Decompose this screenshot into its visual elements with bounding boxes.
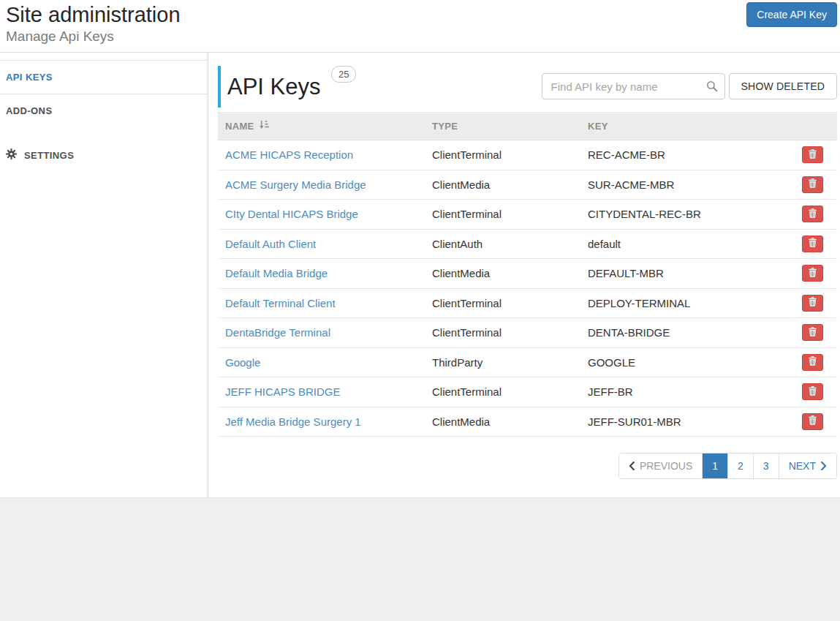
trash-icon xyxy=(809,327,817,339)
sidebar-item-add-ons[interactable]: ADD-ONS xyxy=(0,94,208,127)
api-key-value: DENTA-BRIDGE xyxy=(588,326,767,339)
sidebar-item-label: API KEYS xyxy=(6,72,53,83)
table-row: Default Media Bridge ClientMedia DEFAULT… xyxy=(218,259,837,289)
table-row: Default Terminal Client ClientTerminal D… xyxy=(218,289,837,319)
pagination: PREVIOUS 1 2 3 NEXT xyxy=(618,453,837,479)
delete-api-key-button[interactable] xyxy=(802,413,823,430)
sort-amount-asc-icon xyxy=(259,120,270,132)
sidebar-item-label: SETTINGS xyxy=(24,150,74,161)
api-key-value: GOOGLE xyxy=(588,356,767,369)
api-key-type: ClientTerminal xyxy=(432,297,588,309)
sidebar-item-settings[interactable]: SETTINGS xyxy=(0,138,208,173)
heading-accent-bar xyxy=(218,66,221,108)
gear-icon xyxy=(6,148,17,162)
api-key-name-link[interactable]: ACME HICAPS Reception xyxy=(225,148,353,161)
table-row: CIty Dental HICAPS Bridge ClientTerminal… xyxy=(218,200,837,230)
pagination-row: PREVIOUS 1 2 3 NEXT xyxy=(218,453,837,479)
api-keys-table-body: ACME HICAPS Reception ClientTerminal REC… xyxy=(218,140,837,437)
api-key-type: ClientTerminal xyxy=(432,208,588,220)
delete-api-key-button[interactable] xyxy=(802,324,823,341)
delete-api-key-button[interactable] xyxy=(802,146,823,163)
api-key-name-link[interactable]: Default Auth Client xyxy=(225,238,316,250)
api-keys-table: NAME xyxy=(218,112,837,437)
api-key-name-link[interactable]: CIty Dental HICAPS Bridge xyxy=(225,208,358,220)
delete-api-key-button[interactable] xyxy=(802,354,823,371)
api-key-value: DEPLOY-TERMINAL xyxy=(588,297,767,309)
api-key-value: JEFF-SUR01-MBR xyxy=(588,415,767,428)
panel-controls: SHOW DELETED xyxy=(542,73,837,99)
api-key-type: ClientMedia xyxy=(432,178,588,191)
search-wrap xyxy=(542,73,725,99)
trash-icon xyxy=(809,386,817,398)
api-key-name-link[interactable]: DentaBridge Terminal xyxy=(225,326,330,339)
api-key-name-link[interactable]: ACME Surgery Media Bridge xyxy=(225,178,366,191)
table-row: Default Auth Client ClientAuth default xyxy=(218,230,837,260)
api-key-name-link[interactable]: Jeff Media Bridge Surgery 1 xyxy=(225,415,361,428)
delete-api-key-button[interactable] xyxy=(802,206,823,222)
api-key-type: ClientMedia xyxy=(432,267,588,279)
api-key-type: ClientAuth xyxy=(432,238,588,250)
page-title: Site administration xyxy=(6,1,840,28)
trash-icon xyxy=(809,208,817,220)
api-key-value: default xyxy=(588,238,767,250)
api-key-name-link[interactable]: Default Media Bridge xyxy=(225,267,328,279)
pagination-page-1[interactable]: 1 xyxy=(702,453,727,478)
panel-heading: API Keys 25 SHOW DELETED xyxy=(218,66,837,108)
api-key-type: ClientTerminal xyxy=(432,326,588,339)
column-header-type[interactable]: TYPE xyxy=(432,121,588,132)
table-row: ACME Surgery Media Bridge ClientMedia SU… xyxy=(218,170,837,200)
trash-icon xyxy=(809,149,817,161)
trash-icon xyxy=(809,268,817,279)
trash-icon xyxy=(809,356,817,368)
sidebar-item-api-keys[interactable]: API KEYS xyxy=(0,60,208,94)
trash-icon xyxy=(809,238,817,249)
api-key-value: DEFAULT-MBR xyxy=(588,267,767,279)
chevron-left-icon xyxy=(629,462,635,470)
pagination-next-button[interactable]: NEXT xyxy=(779,453,836,478)
sidebar: API KEYS ADD-ONS xyxy=(0,53,208,497)
api-key-name-link[interactable]: JEFF HICAPS BRIDGE xyxy=(225,385,341,398)
api-key-value: SUR-ACME-MBR xyxy=(588,178,767,191)
table-row: DentaBridge Terminal ClientTerminal DENT… xyxy=(218,318,837,348)
delete-api-key-button[interactable] xyxy=(802,383,823,400)
delete-api-key-button[interactable] xyxy=(802,265,823,282)
trash-icon xyxy=(809,297,817,309)
api-key-type: ThirdParty xyxy=(432,356,588,369)
delete-api-key-button[interactable] xyxy=(802,176,823,193)
content-area: API KEYS ADD-ONS xyxy=(0,53,840,497)
api-key-name-link[interactable]: Default Terminal Client xyxy=(225,297,336,309)
api-key-type: ClientTerminal xyxy=(432,385,588,398)
create-api-key-button[interactable]: Create API Key xyxy=(746,2,837,27)
trash-icon xyxy=(809,415,817,427)
delete-api-key-button[interactable] xyxy=(802,295,823,312)
api-key-name-link[interactable]: Google xyxy=(225,356,260,369)
delete-api-key-button[interactable] xyxy=(802,236,823,252)
main-panel: API Keys 25 SHOW DELETED xyxy=(208,53,840,497)
app-window: Site administration Manage Api Keys Crea… xyxy=(0,0,840,621)
sidebar-item-label: ADD-ONS xyxy=(6,105,52,116)
chevron-right-icon xyxy=(821,462,827,470)
search-input[interactable] xyxy=(542,73,725,99)
table-row: ACME HICAPS Reception ClientTerminal REC… xyxy=(218,140,837,170)
api-key-type: ClientMedia xyxy=(432,415,588,428)
table-row: Jeff Media Bridge Surgery 1 ClientMedia … xyxy=(218,407,837,437)
show-deleted-button[interactable]: SHOW DELETED xyxy=(729,73,837,99)
panel-title: API Keys xyxy=(227,66,321,108)
pagination-page-2[interactable]: 2 xyxy=(727,453,753,478)
page-footer xyxy=(0,497,840,621)
column-header-name[interactable]: NAME xyxy=(218,120,432,132)
table-header: NAME xyxy=(218,112,837,140)
pagination-page-3[interactable]: 3 xyxy=(753,453,779,478)
api-key-value: JEFF-BR xyxy=(588,385,767,398)
column-header-key[interactable]: KEY xyxy=(588,121,767,132)
table-row: JEFF HICAPS BRIDGE ClientTerminal JEFF-B… xyxy=(218,377,837,407)
page-subtitle: Manage Api Keys xyxy=(6,29,840,45)
api-key-type: ClientTerminal xyxy=(432,148,588,161)
trash-icon xyxy=(809,178,817,190)
pagination-previous-button[interactable]: PREVIOUS xyxy=(619,453,702,478)
api-key-value: CITYDENTAL-REC-BR xyxy=(588,208,767,220)
search-icon xyxy=(706,80,718,95)
count-badge: 25 xyxy=(331,66,356,83)
page-header: Site administration Manage Api Keys Crea… xyxy=(0,0,840,53)
api-key-value: REC-ACME-BR xyxy=(588,148,767,161)
